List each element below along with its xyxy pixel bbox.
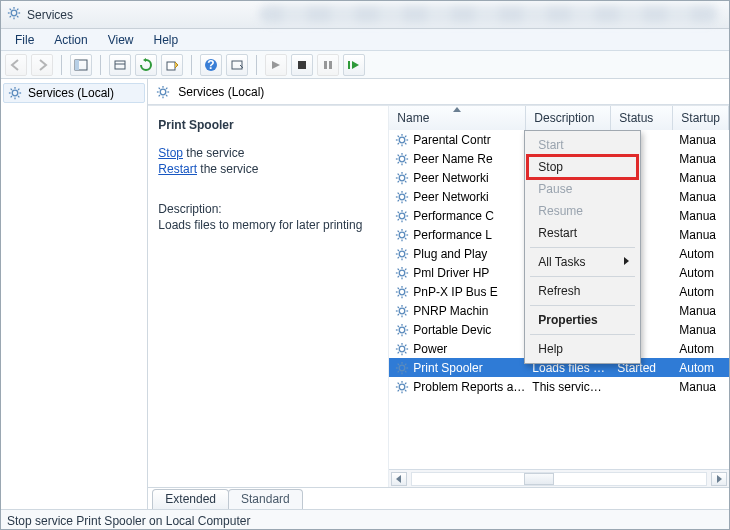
cell-startup: Autom: [673, 361, 729, 375]
description-body: Loads files to memory for later printing: [158, 218, 378, 232]
ctx-refresh[interactable]: Refresh: [528, 280, 637, 302]
cell-startup: Manua: [673, 190, 729, 204]
refresh-button[interactable]: [135, 54, 157, 76]
stop-link[interactable]: Stop: [158, 146, 183, 160]
ctx-resume: Resume: [528, 200, 637, 222]
col-startup[interactable]: Startup: [673, 106, 729, 130]
gear-icon: [395, 304, 409, 318]
cell-name: Parental Contr: [389, 133, 526, 147]
gear-icon: [8, 86, 22, 100]
toolbar-separator: [191, 55, 192, 75]
right-header-label: Services (Local): [178, 85, 264, 99]
scroll-track[interactable]: [411, 472, 707, 486]
ctx-pause: Pause: [528, 178, 637, 200]
context-menu: Start Stop Pause Resume Restart All Task…: [524, 130, 641, 364]
cell-name: Problem Reports a…: [389, 380, 526, 394]
scroll-thumb[interactable]: [524, 473, 554, 485]
ctx-properties[interactable]: Properties: [528, 309, 637, 331]
cell-name: Peer Name Re: [389, 152, 526, 166]
services-table: Name Description Status Startup Parental…: [388, 106, 729, 487]
cell-startup: Manua: [673, 209, 729, 223]
pause-service-button[interactable]: [317, 54, 339, 76]
gear-icon: [395, 323, 409, 337]
cell-name: Print Spooler: [389, 361, 526, 375]
gear-icon: [395, 190, 409, 204]
col-status[interactable]: Status: [611, 106, 673, 130]
svg-rect-10: [75, 60, 79, 70]
cell-startup: Manua: [673, 152, 729, 166]
stop-service-button[interactable]: [291, 54, 313, 76]
tab-extended[interactable]: Extended: [152, 489, 229, 509]
tree-services-local[interactable]: Services (Local): [3, 83, 145, 103]
col-name[interactable]: Name: [389, 106, 526, 130]
cell-name-text: Peer Networki: [413, 171, 488, 185]
restart-link[interactable]: Restart: [158, 162, 197, 176]
menu-action[interactable]: Action: [44, 31, 97, 49]
ctx-restart[interactable]: Restart: [528, 222, 637, 244]
toolbar-separator: [256, 55, 257, 75]
ctx-separator: [530, 247, 635, 248]
toolbar-separator: [61, 55, 62, 75]
menu-help[interactable]: Help: [144, 31, 189, 49]
gear-icon: [395, 247, 409, 261]
options-button[interactable]: [226, 54, 248, 76]
restart-service-button[interactable]: [343, 54, 365, 76]
gear-icon: [395, 342, 409, 356]
cell-startup: Autom: [673, 342, 729, 356]
main-split: Services (Local) Services (Local) Print …: [1, 79, 729, 509]
export-button[interactable]: [161, 54, 183, 76]
cell-name-text: PnP-X IP Bus E: [413, 285, 498, 299]
tab-standard[interactable]: Standard: [228, 489, 303, 509]
h-scrollbar[interactable]: [389, 469, 729, 487]
right-pane: Services (Local) Print Spooler Stop the …: [148, 79, 729, 509]
svg-rect-11: [115, 61, 125, 69]
svg-text:?: ?: [207, 58, 214, 72]
details-panel: Print Spooler Stop the service Restart t…: [148, 106, 388, 487]
column-headers: Name Description Status Startup: [389, 106, 729, 130]
cell-startup: Manua: [673, 228, 729, 242]
description-heading: Description:: [158, 202, 378, 216]
svg-rect-17: [298, 61, 306, 69]
menu-view[interactable]: View: [98, 31, 144, 49]
sort-asc-icon: [453, 107, 461, 112]
menu-file[interactable]: File: [5, 31, 44, 49]
cell-name: Plug and Play: [389, 247, 526, 261]
services-icon: [7, 6, 21, 23]
properties-button[interactable]: [109, 54, 131, 76]
gear-icon: [395, 133, 409, 147]
table-row[interactable]: Problem Reports a…This service …Manua: [389, 377, 729, 396]
ctx-stop[interactable]: Stop: [528, 156, 637, 178]
cell-name: Pml Driver HP: [389, 266, 526, 280]
ctx-start: Start: [528, 134, 637, 156]
ctx-help[interactable]: Help: [528, 338, 637, 360]
cell-name: PnP-X IP Bus E: [389, 285, 526, 299]
cell-startup: Manua: [673, 133, 729, 147]
toolbar-separator: [100, 55, 101, 75]
col-description[interactable]: Description: [526, 106, 611, 130]
help-button[interactable]: ?: [200, 54, 222, 76]
cell-name: Peer Networki: [389, 190, 526, 204]
svg-rect-13: [167, 62, 175, 70]
svg-rect-20: [348, 61, 350, 69]
tree-item-label: Services (Local): [28, 86, 114, 100]
show-panel-button[interactable]: [70, 54, 92, 76]
cell-description: This service …: [526, 380, 611, 394]
cell-name: Portable Devic: [389, 323, 526, 337]
cell-startup: Autom: [673, 266, 729, 280]
cell-startup: Manua: [673, 380, 729, 394]
scroll-left-button[interactable]: [391, 472, 407, 486]
start-service-button[interactable]: [265, 54, 287, 76]
gear-icon: [156, 85, 170, 99]
scroll-right-button[interactable]: [711, 472, 727, 486]
nav-forward-button[interactable]: [31, 54, 53, 76]
toolbar: ?: [1, 51, 729, 79]
ctx-all-tasks-label: All Tasks: [538, 255, 585, 269]
cell-name: Power: [389, 342, 526, 356]
right-body: Print Spooler Stop the service Restart t…: [148, 105, 729, 487]
cell-name-text: Problem Reports a…: [413, 380, 525, 394]
status-text: Stop service Print Spooler on Local Comp…: [7, 514, 250, 528]
nav-back-button[interactable]: [5, 54, 27, 76]
title-bar: Services: [1, 1, 729, 29]
cell-startup: Manua: [673, 323, 729, 337]
ctx-all-tasks[interactable]: All Tasks: [528, 251, 637, 273]
